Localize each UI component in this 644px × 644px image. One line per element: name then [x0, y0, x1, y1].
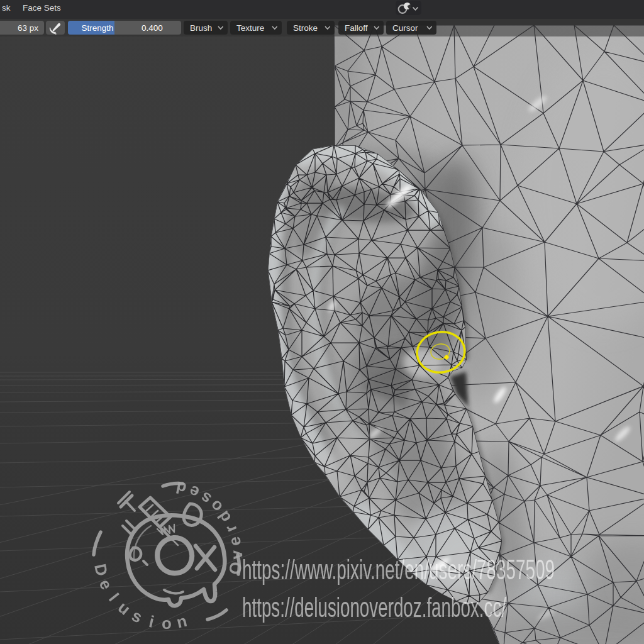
svg-text:Cursor: Cursor: [392, 23, 418, 33]
svg-text:Stroke: Stroke: [293, 23, 318, 33]
svg-text:0.400: 0.400: [142, 23, 163, 33]
svg-text:Face Sets: Face Sets: [23, 3, 61, 13]
svg-text:https://www.pixiv.net/en/users: https://www.pixiv.net/en/users/78357509: [242, 554, 555, 585]
svg-text:https://delusionoverdoz.fanbox: https://delusionoverdoz.fanbox.cc/: [242, 592, 506, 623]
svg-text:sk: sk: [2, 3, 11, 13]
svg-text:Falloff: Falloff: [345, 23, 368, 33]
svg-text:63 px: 63 px: [18, 23, 38, 33]
svg-text:Strength: Strength: [81, 23, 113, 33]
svg-text:Texture: Texture: [236, 23, 264, 33]
svg-text:o: o: [162, 614, 172, 633]
svg-text:Brush: Brush: [190, 23, 212, 33]
